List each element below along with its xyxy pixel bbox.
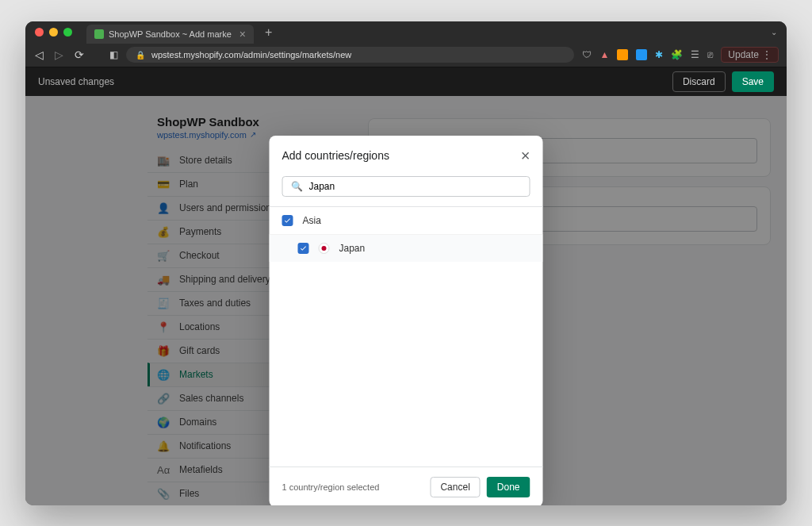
browser-tab[interactable]: ShopWP Sandbox ~ Add marke × (86, 25, 254, 44)
lock-icon: 🔒 (136, 51, 145, 60)
reload-button[interactable]: ⟳ (73, 48, 86, 61)
modal-title: Add countries/regions (282, 149, 389, 162)
search-input[interactable] (309, 181, 522, 192)
url-text: wpstest.myshopify.com/admin/settings/mar… (151, 50, 351, 60)
reading-list-icon[interactable]: ☰ (691, 49, 699, 60)
modal-search-wrapper: 🔍 (270, 176, 543, 206)
page-content: ShopWP Sandbox wpstest.myshopify.com ↗ 🏬… (25, 96, 787, 505)
modal-footer: 1 country/region selected Cancel Done (270, 466, 543, 505)
warning-icon[interactable]: ▲ (599, 49, 609, 60)
discard-button[interactable]: Discard (672, 71, 726, 92)
url-right-icons: 🛡 ▲ ✱ 🧩 ☰ ⎚ Update ⋮ (582, 47, 779, 63)
tabs-dropdown-icon[interactable]: ⌄ (771, 28, 777, 36)
tab-close-icon[interactable]: × (239, 28, 246, 40)
search-field[interactable]: 🔍 (282, 176, 530, 197)
menu-icon: ⋮ (762, 49, 772, 60)
update-label: Update (728, 49, 759, 60)
ext-icon-3[interactable]: ✱ (655, 49, 663, 60)
address-bar[interactable]: 🔒 wpstest.myshopify.com/admin/settings/m… (126, 47, 574, 63)
modal-body: Asia Japan (270, 206, 543, 466)
new-tab-button[interactable]: + (260, 25, 277, 40)
modal-close-button[interactable]: × (521, 147, 530, 165)
country-label: Japan (339, 243, 366, 254)
ext-icon-2[interactable] (636, 49, 647, 60)
tab-title: ShopWP Sandbox ~ Add marke (109, 29, 232, 39)
sidebar-toggle-icon[interactable]: ◧ (109, 49, 118, 60)
minimize-window-button[interactable] (49, 28, 58, 36)
checkbox-asia[interactable] (282, 215, 293, 226)
extensions-icon[interactable]: 🧩 (671, 49, 683, 60)
checkbox-japan[interactable] (298, 243, 309, 254)
country-row-japan[interactable]: Japan (270, 235, 543, 262)
search-icon: 🔍 (291, 181, 303, 192)
close-window-button[interactable] (35, 28, 44, 36)
unsaved-changes-text: Unsaved changes (38, 76, 114, 87)
close-icon: × (521, 147, 530, 164)
back-button[interactable]: ◁ (33, 48, 45, 61)
done-button[interactable]: Done (487, 477, 530, 497)
update-button[interactable]: Update ⋮ (721, 47, 779, 63)
selected-count-text: 1 country/region selected (282, 482, 380, 492)
flag-japan-icon (319, 243, 330, 254)
forward-button[interactable]: ▷ (53, 48, 65, 61)
save-button[interactable]: Save (732, 71, 774, 92)
tab-favicon (94, 29, 104, 39)
url-bar: ◁ ▷ ⟳ ◧ 🔒 wpstest.myshopify.com/admin/se… (25, 44, 787, 67)
region-row-asia[interactable]: Asia (270, 207, 543, 235)
browser-window: ShopWP Sandbox ~ Add marke × + ⌄ ◁ ▷ ⟳ ◧… (25, 21, 787, 505)
ext-icon-1[interactable] (617, 49, 628, 60)
traffic-lights (35, 28, 72, 36)
app-bar: Unsaved changes Discard Save (25, 67, 787, 96)
cancel-button[interactable]: Cancel (430, 477, 480, 497)
maximize-window-button[interactable] (63, 28, 72, 36)
title-bar: ShopWP Sandbox ~ Add marke × + ⌄ (25, 21, 787, 44)
add-countries-modal: Add countries/regions × 🔍 Asia (270, 136, 543, 505)
shield-icon[interactable]: 🛡 (582, 49, 592, 60)
modal-header: Add countries/regions × (270, 136, 543, 176)
region-label: Asia (303, 215, 321, 226)
cast-icon[interactable]: ⎚ (707, 49, 713, 60)
